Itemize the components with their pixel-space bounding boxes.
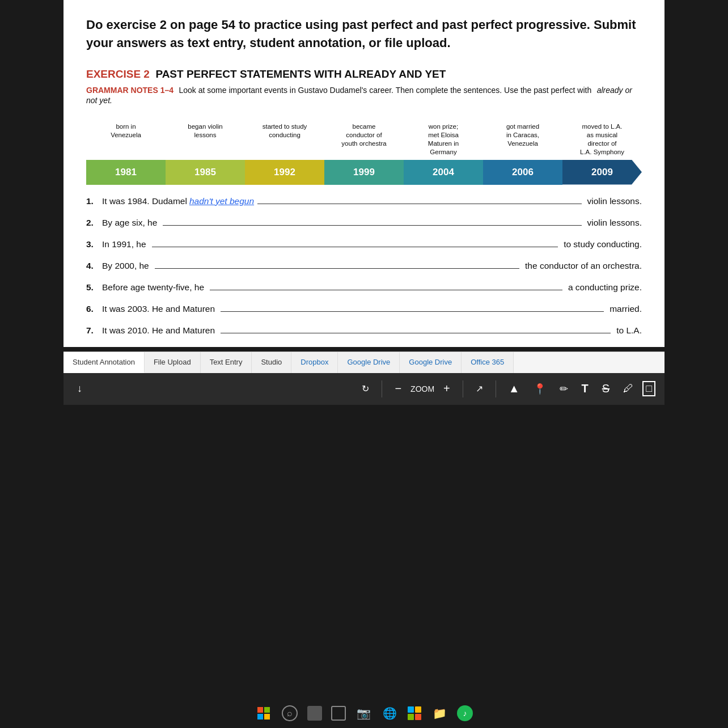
sentence-row-4: 4. By 2000, he the conductor of an orche… [86,261,642,271]
tab-text-entry[interactable]: Text Entry [201,352,252,373]
timeline-seg-1992: 1992 [245,160,324,185]
timeline-seg-2004: 2004 [404,160,483,185]
sentence-num-4: 4. [86,261,100,271]
taskbar-camera-icon[interactable]: 📷 [355,705,372,722]
sentence-end-3: to study conducting. [564,239,642,249]
sentence-row-1: 1. It was 1984. Dudamel hadn't yet begun… [86,196,642,206]
sentence-start-3: In 1991, he [102,239,146,249]
taskbar-split-icon[interactable] [331,706,346,721]
timeline-label-2: started to studyconducting [251,122,319,156]
timeline-label-4: won prize;met EloisaMaturen inGermany [409,122,477,156]
timeline-label-3: becameconductor ofyouth orchestra [330,122,398,156]
sentence-start-7: It was 2010. He and Maturen [102,325,215,336]
grammar-notes-label: GRAMMAR NOTES 1–4 [86,86,173,95]
exercise-title: PAST PERFECT STATEMENTS WITH ALREADY AND… [155,68,446,80]
tab-student-annotation[interactable]: Student Annotation [64,352,145,373]
taskbar-grid-icon[interactable] [407,706,422,721]
sentence-end-6: married. [610,304,642,314]
sentence-line-1 [257,204,581,204]
sentence-line-2 [163,225,581,226]
strikethrough-icon[interactable]: S [598,380,614,397]
timeline-label-5: got marriedin Caracas,Venezuela [489,122,557,156]
grammar-notes-body: Look at some important events in Gustavo… [179,86,591,95]
sentence-line-5 [210,290,562,290]
tab-google-drive-2[interactable]: Google Drive [400,352,462,373]
sentence-line-7 [221,333,611,333]
taskbar-spotify-icon[interactable]: ♪ [457,705,473,721]
toolbar-divider-3 [496,380,496,397]
sentence-row-7: 7. It was 2010. He and Maturen to L.A. [86,325,642,336]
toolbar: ↓ ↻ − ZOOM + ↗ ▲ 📍 ✏ T S 🖊 □ [64,373,664,405]
sentence-line-6 [221,311,604,312]
sentence-end-2: violin lessons. [587,218,642,228]
rectangle-icon[interactable]: □ [642,381,655,396]
instruction-text: Do exercise 2 on page 54 to practice usi… [86,16,642,52]
timeline-label-0: born inVenezuela [92,122,160,156]
tab-dropbox[interactable]: Dropbox [291,352,338,373]
refresh-icon[interactable]: ↻ [357,381,374,396]
pencil-icon[interactable]: 🖊 [619,380,638,397]
sentence-start-4: By 2000, he [102,261,149,271]
sentence-end-1: violin lessons. [587,196,642,206]
tab-studio[interactable]: Studio [252,352,291,373]
sentence-row-5: 5. Before age twenty-five, he a conducti… [86,282,642,293]
timeline-label-6: moved to L.A.as musicaldirector ofL.A. S… [568,122,636,156]
cursor-icon[interactable]: ▲ [504,380,524,397]
sentence-num-7: 7. [86,325,100,336]
timeline-seg-1999: 1999 [324,160,404,185]
zoom-label: ZOOM [410,384,434,393]
text-icon[interactable]: T [577,380,593,397]
sentence-num-6: 6. [86,304,100,314]
taskbar-file-icon[interactable] [307,706,322,721]
timeline-label-1: began violinlessons [171,122,239,156]
sentences-section: 1. It was 1984. Dudamel hadn't yet begun… [86,196,642,336]
sentence-num-2: 2. [86,218,100,228]
timeline-seg-2006: 2006 [483,160,562,185]
sentence-start-1: It was 1984. Dudamel [102,196,187,206]
tab-office-365[interactable]: Office 365 [462,352,514,373]
sentence-answer-1: hadn't yet begun [189,196,254,206]
toolbar-divider-1 [382,380,382,397]
sentence-end-4: the conductor of an orchestra. [525,261,642,271]
sentence-end-5: a conducting prize. [568,282,642,293]
taskbar: ⌕ 📷 🌐 📁 ♪ [0,699,728,728]
main-content: Do exercise 2 on page 54 to practice usi… [64,0,664,347]
sentence-start-6: It was 2003. He and Maturen [102,304,215,314]
download-icon[interactable]: ↓ [73,380,87,397]
sentence-row-3: 3. In 1991, he to study conducting. [86,239,642,249]
pen-icon[interactable]: ✏ [555,380,573,397]
tabs-bar: Student Annotation File Upload Text Entr… [64,352,664,373]
sentence-num-5: 5. [86,282,100,293]
timeline-seg-1985: 1985 [166,160,245,185]
tab-file-upload[interactable]: File Upload [145,352,201,373]
exercise-label: EXERCISE 2 [86,68,150,80]
timeline-bar: 1981 1985 1992 1999 2004 2006 2009 [86,160,642,185]
toolbar-divider-2 [463,380,463,397]
taskbar-edge-icon[interactable]: 🌐 [381,705,398,722]
sentence-row-6: 6. It was 2003. He and Maturen married. [86,304,642,314]
sentence-start-5: Before age twenty-five, he [102,282,204,293]
taskbar-folder-icon[interactable]: 📁 [431,705,448,722]
zoom-plus-icon[interactable]: + [439,380,455,397]
windows-icon[interactable] [255,705,272,722]
search-icon[interactable]: ⌕ [281,705,298,722]
timeline-seg-1981: 1981 [86,160,166,185]
timeline: born inVenezuela began violinlessons sta… [86,122,642,185]
timeline-labels: born inVenezuela began violinlessons sta… [86,122,642,156]
exercise-header: EXERCISE 2 PAST PERFECT STATEMENTS WITH … [86,68,642,81]
expand-icon[interactable]: ↗ [471,381,488,396]
timeline-seg-2009: 2009 [562,160,642,185]
sentence-row-2: 2. By age six, he violin lessons. [86,218,642,228]
sentence-num-3: 3. [86,239,100,249]
tab-google-drive-1[interactable]: Google Drive [338,352,400,373]
sentence-line-4 [155,268,519,269]
sentence-num-1: 1. [86,196,100,206]
sentence-end-7: to L.A. [616,325,642,336]
zoom-minus-icon[interactable]: − [390,380,406,397]
sentence-start-2: By age six, he [102,218,157,228]
sentence-line-3 [152,247,558,247]
pin-icon[interactable]: 📍 [529,380,551,397]
